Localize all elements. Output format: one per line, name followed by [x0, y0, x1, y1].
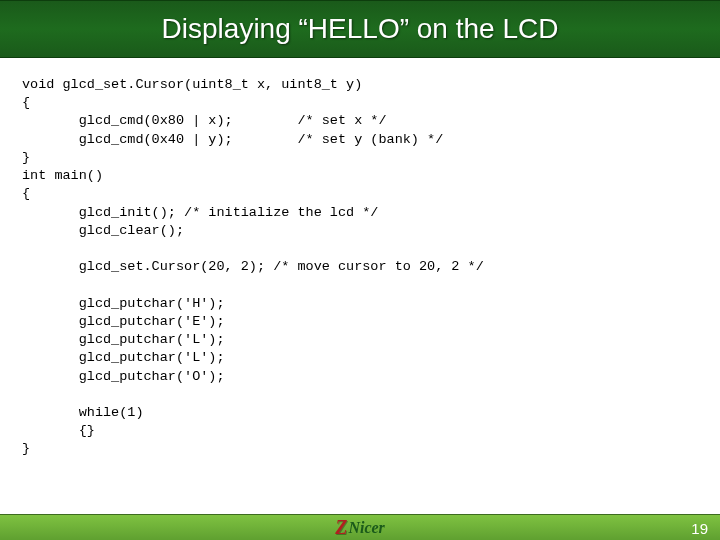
footer-bar: Z Nicer 19 [0, 514, 720, 540]
slide-title: Displaying “HELLO” on the LCD [162, 13, 559, 45]
logo-text: Nicer [348, 519, 384, 537]
logo-z-icon: Z [335, 516, 347, 539]
title-bar: Displaying “HELLO” on the LCD [0, 0, 720, 58]
logo: Z Nicer [335, 516, 385, 539]
page-number: 19 [691, 520, 708, 537]
slide: Displaying “HELLO” on the LCD void glcd_… [0, 0, 720, 540]
code-block: void glcd_set.Cursor(uint8_t x, uint8_t … [0, 58, 720, 459]
